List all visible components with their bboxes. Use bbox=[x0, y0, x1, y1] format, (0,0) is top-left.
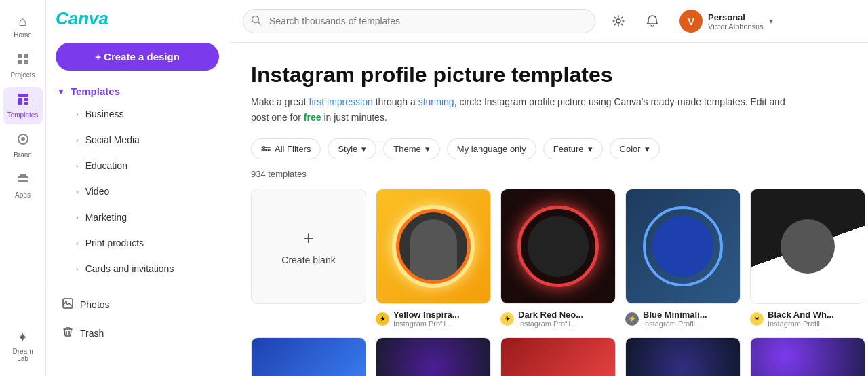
row2-card-5[interactable] bbox=[750, 337, 865, 376]
marketing-chevron-icon: › bbox=[76, 213, 79, 221]
template-thumb-darkred bbox=[500, 189, 616, 304]
sidebar-item-projects[interactable]: Projects bbox=[3, 47, 43, 84]
settings-icon-button[interactable] bbox=[606, 9, 631, 33]
business-chevron-icon: › bbox=[76, 110, 79, 118]
search-input[interactable] bbox=[243, 9, 595, 33]
nav-label-marketing: Marketing bbox=[85, 212, 127, 223]
nav-item-trash[interactable]: Trash bbox=[52, 320, 223, 347]
template-thumb-bw bbox=[750, 189, 865, 304]
row2-card-1[interactable] bbox=[251, 337, 366, 376]
create-design-button[interactable]: + Create a design bbox=[56, 43, 219, 71]
nav-label-photos: Photos bbox=[80, 299, 110, 310]
all-filters-button[interactable]: All Filters bbox=[251, 138, 321, 159]
templates-chevron-icon: ▼ bbox=[57, 87, 65, 96]
topbar: V Personal Victor Alphonsus ▾ bbox=[229, 0, 868, 43]
all-filters-label: All Filters bbox=[275, 144, 311, 154]
svg-point-21 bbox=[267, 149, 269, 151]
sidebar-label-brand: Brand bbox=[14, 151, 32, 159]
education-chevron-icon: › bbox=[76, 162, 79, 170]
sidebar-label-apps: Apps bbox=[15, 191, 31, 199]
template-thumb-yellow bbox=[376, 189, 491, 304]
dreamlab-icon: ✦ bbox=[17, 329, 28, 345]
template-thumb-blue bbox=[625, 189, 741, 304]
template-card-bw[interactable]: ☀ Black And Wh... Instagram Profil... bbox=[750, 189, 865, 328]
nav-item-video[interactable]: › Video bbox=[52, 179, 223, 204]
create-blank-plus-icon: + bbox=[303, 227, 314, 249]
svg-point-9 bbox=[21, 137, 25, 141]
page-title: Instagram profile picture templates bbox=[251, 62, 846, 88]
user-chip[interactable]: V Personal Victor Alphonsus ▾ bbox=[674, 7, 778, 35]
svg-point-14 bbox=[65, 301, 67, 303]
template-sub-blue: Instagram Profil... bbox=[643, 320, 707, 328]
template-card-blue[interactable]: ⚡ Blue Minimali... Instagram Profil... bbox=[625, 189, 741, 328]
svg-rect-10 bbox=[18, 176, 28, 178]
template-count: 934 templates bbox=[251, 169, 846, 179]
canva-logo[interactable]: Canva bbox=[46, 0, 229, 35]
template-name-bw: Black And Wh... bbox=[768, 309, 834, 320]
theme-chevron-icon: ▾ bbox=[425, 144, 430, 154]
nav-item-marketing[interactable]: › Marketing bbox=[52, 205, 223, 229]
nav-label-business: Business bbox=[85, 109, 124, 119]
nav-item-social-media[interactable]: › Social Media bbox=[52, 128, 223, 152]
nav-item-photos[interactable]: Photos bbox=[52, 291, 223, 318]
row2-card-3[interactable] bbox=[500, 337, 616, 376]
trash-icon bbox=[62, 326, 73, 340]
nav-item-business[interactable]: › Business bbox=[52, 102, 223, 126]
template-sub-darkred: Instagram Profil... bbox=[518, 320, 583, 328]
icon-sidebar: ⌂ Home Projects Templates Brand Apps ✦ D… bbox=[0, 0, 46, 376]
svg-rect-5 bbox=[18, 98, 22, 105]
sidebar-item-brand[interactable]: Brand bbox=[3, 127, 43, 164]
language-filter-button[interactable]: My language only bbox=[447, 138, 536, 159]
badge-blue: ⚡ bbox=[625, 312, 639, 326]
style-filter-label: Style bbox=[338, 144, 357, 154]
template-preview-yellow bbox=[376, 189, 490, 303]
svg-rect-12 bbox=[20, 174, 26, 176]
home-icon: ⌂ bbox=[18, 14, 26, 29]
svg-rect-4 bbox=[18, 94, 28, 97]
desc-highlight-1: first impression bbox=[309, 96, 373, 107]
theme-filter-button[interactable]: Theme ▾ bbox=[383, 138, 439, 159]
bell-icon-button[interactable] bbox=[640, 9, 665, 33]
apps-icon bbox=[16, 172, 30, 189]
print-products-chevron-icon: › bbox=[76, 239, 79, 247]
template-sub-bw: Instagram Profil... bbox=[768, 320, 834, 328]
template-card-darkred[interactable]: ☀ Dark Red Neo... Instagram Profil... bbox=[500, 189, 616, 328]
row2-card-2[interactable] bbox=[376, 337, 491, 376]
feature-chevron-icon: ▾ bbox=[588, 144, 593, 154]
row2-card-4[interactable] bbox=[625, 337, 741, 376]
badge-yellow: ★ bbox=[376, 312, 389, 326]
templates-section-label: Templates bbox=[71, 86, 120, 97]
sidebar-label-home: Home bbox=[14, 31, 32, 39]
search-icon bbox=[251, 15, 261, 27]
language-filter-label: My language only bbox=[457, 144, 526, 154]
sidebar-label-projects: Projects bbox=[10, 71, 35, 79]
create-blank-card[interactable]: + Create blank bbox=[251, 189, 366, 328]
sidebar-item-dreamlab[interactable]: ✦ Dream Lab bbox=[3, 324, 43, 368]
style-filter-button[interactable]: Style ▾ bbox=[328, 138, 376, 159]
svg-rect-6 bbox=[24, 98, 28, 101]
feature-filter-button[interactable]: Feature ▾ bbox=[543, 138, 603, 159]
user-name: Personal bbox=[708, 12, 764, 22]
nav-item-print-products[interactable]: › Print products bbox=[52, 231, 223, 255]
main-content: V Personal Victor Alphonsus ▾ Instagram … bbox=[229, 0, 868, 376]
user-chevron-icon: ▾ bbox=[769, 16, 773, 26]
color-filter-button[interactable]: Color ▾ bbox=[610, 138, 660, 159]
nav-item-cards[interactable]: › Cards and invitations bbox=[52, 257, 223, 281]
template-card-yellow[interactable]: ★ Yellow Inspira... Instagram Profil... bbox=[376, 189, 491, 328]
sidebar-item-apps[interactable]: Apps bbox=[3, 167, 43, 204]
sidebar-item-templates[interactable]: Templates bbox=[3, 87, 43, 124]
page-description: Make a great first impression through a … bbox=[251, 94, 793, 125]
social-media-chevron-icon: › bbox=[76, 136, 79, 144]
nav-item-education[interactable]: › Education bbox=[52, 153, 223, 178]
svg-point-17 bbox=[616, 19, 620, 23]
svg-point-20 bbox=[263, 146, 265, 148]
templates-section-header[interactable]: ▼ Templates bbox=[46, 79, 229, 101]
nav-label-video: Video bbox=[85, 186, 110, 197]
template-name-blue: Blue Minimali... bbox=[643, 309, 707, 320]
video-chevron-icon: › bbox=[76, 187, 79, 195]
avatar: V bbox=[679, 10, 703, 33]
templates-icon bbox=[16, 92, 30, 109]
sidebar-item-home[interactable]: ⌂ Home bbox=[3, 8, 43, 44]
user-plan: Victor Alphonsus bbox=[708, 22, 764, 31]
svg-rect-7 bbox=[24, 102, 28, 105]
